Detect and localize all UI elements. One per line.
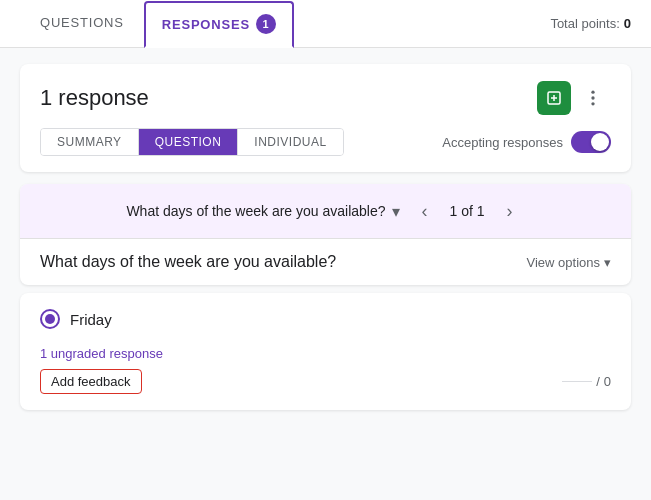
main-content: 1 response	[0, 48, 651, 426]
more-vert-icon	[583, 88, 603, 108]
ungraded-response-link[interactable]: 1 ungraded response	[40, 346, 163, 361]
view-options-button[interactable]: View options ▾	[527, 255, 611, 270]
score-max: 0	[604, 374, 611, 389]
next-question-button[interactable]: ›	[495, 196, 525, 226]
score-separator: /	[596, 374, 600, 389]
radio-selected-icon	[40, 309, 60, 329]
page-total: 1	[477, 203, 485, 219]
tab-responses[interactable]: RESPONSES 1	[144, 1, 294, 48]
score-underline	[562, 381, 592, 382]
accepting-responses-toggle[interactable]	[571, 131, 611, 153]
question-dropdown-arrow-icon: ▾	[392, 202, 400, 221]
question-nav-card: What days of the week are you available?…	[20, 184, 631, 285]
header-actions	[537, 80, 611, 116]
page-current: 1	[450, 203, 458, 219]
prev-question-button[interactable]: ‹	[410, 196, 440, 226]
responses-tab-label: RESPONSES	[162, 17, 250, 32]
add-feedback-button[interactable]: Add feedback	[40, 369, 142, 394]
add-to-sheets-button[interactable]	[537, 81, 571, 115]
tab-switcher: SUMMARY QUESTION INDIVIDUAL Accepting re…	[40, 128, 611, 156]
selected-answer: Friday	[70, 311, 112, 328]
response-header-card: 1 response	[20, 64, 631, 172]
total-points: Total points: 0	[550, 16, 631, 31]
accepting-responses-row: Accepting responses	[442, 131, 611, 153]
tab-question-button[interactable]: QUESTION	[139, 129, 239, 155]
response-card: Friday 1 ungraded response Add feedback …	[20, 293, 631, 410]
question-dropdown[interactable]: What days of the week are you available?…	[126, 202, 399, 221]
total-points-value: 0	[624, 16, 631, 31]
response-count: 1 response	[40, 85, 149, 111]
responses-badge: 1	[256, 14, 276, 34]
ungraded-row: 1 ungraded response	[40, 345, 611, 361]
radio-option-friday: Friday	[40, 309, 611, 329]
total-points-label: Total points:	[550, 16, 619, 31]
question-nav-row: What days of the week are you available?…	[20, 184, 631, 238]
questions-tab-label: QUESTIONS	[40, 15, 124, 30]
question-title: What days of the week are you available?	[40, 253, 336, 271]
tab-summary-button[interactable]: SUMMARY	[41, 129, 139, 155]
score-area: / 0	[562, 374, 611, 389]
more-options-button[interactable]	[575, 80, 611, 116]
svg-point-4	[591, 96, 594, 99]
svg-point-5	[591, 102, 594, 105]
page-info: 1 of 1	[450, 203, 485, 219]
response-count-row: 1 response	[40, 80, 611, 116]
svg-point-3	[591, 91, 594, 94]
tab-questions[interactable]: QUESTIONS	[20, 0, 144, 47]
nav-tabs: QUESTIONS RESPONSES 1	[20, 0, 294, 47]
view-options-chevron-icon: ▾	[604, 255, 611, 270]
view-options-label: View options	[527, 255, 600, 270]
add-to-sheets-icon	[545, 89, 563, 107]
feedback-row: Add feedback / 0	[40, 369, 611, 394]
top-nav: QUESTIONS RESPONSES 1 Total points: 0	[0, 0, 651, 48]
tab-individual-button[interactable]: INDIVIDUAL	[238, 129, 342, 155]
question-nav-text: What days of the week are you available?	[126, 203, 385, 219]
question-content-row: What days of the week are you available?…	[20, 238, 631, 285]
tab-buttons: SUMMARY QUESTION INDIVIDUAL	[40, 128, 344, 156]
page-of: of	[461, 203, 477, 219]
accepting-responses-label: Accepting responses	[442, 135, 563, 150]
